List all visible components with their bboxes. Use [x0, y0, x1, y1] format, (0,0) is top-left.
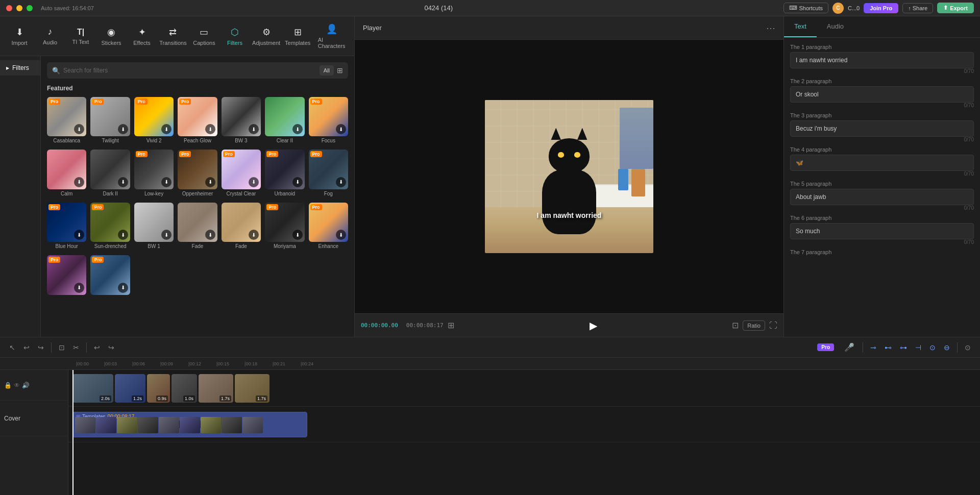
tab-text[interactable]: Text	[784, 16, 817, 37]
track-lock-btn[interactable]: 🔒	[4, 382, 12, 389]
download-icon[interactable]: ⬇	[161, 124, 172, 134]
tool-adjustment[interactable]: ⚙ Adjustment	[250, 22, 282, 50]
download-icon[interactable]: ⬇	[74, 283, 84, 293]
filter-card-lowkey[interactable]: Pro ⬇ Low-key	[134, 150, 174, 196]
grid-view-button[interactable]: ⊞	[448, 320, 454, 330]
delete-button[interactable]: ⊡	[56, 341, 68, 354]
filter-card-clear2[interactable]: ⬇ Clear II	[265, 97, 304, 143]
filter-card-casablanca[interactable]: Pro ⬇ Casablanca	[47, 97, 86, 143]
tool-stickers[interactable]: ◉ Stickers	[96, 22, 127, 50]
remove-btn[interactable]: ⊖	[941, 341, 953, 354]
para-input-5[interactable]: About jawb	[790, 189, 974, 205]
tool-effects[interactable]: ✦ Effects	[127, 22, 157, 50]
play-button[interactable]: ▶	[458, 319, 728, 332]
track-visible-btn[interactable]: 👁	[14, 382, 20, 389]
download-icon[interactable]: ⬇	[336, 177, 346, 187]
filter-card-calm[interactable]: ⬇ Calm	[47, 150, 86, 196]
download-icon[interactable]: ⬇	[292, 177, 303, 187]
filter-card-vivid2[interactable]: Pro ⬇ Vivid 2	[134, 97, 174, 143]
filter-card-bluehour[interactable]: Pro ⬇ Blue Hour	[47, 203, 86, 249]
ratio-button[interactable]: Ratio	[743, 320, 765, 331]
video-clip-4[interactable]: 1.0s	[172, 374, 197, 403]
close-btn[interactable]	[6, 5, 12, 11]
video-clip-1[interactable]: 2.0s	[72, 374, 113, 403]
player-menu-button[interactable]: ⋯	[766, 22, 775, 34]
filter-card-twilight[interactable]: Pro ⬇ Twilight	[90, 97, 130, 143]
filter-card-moriyama[interactable]: Pro ⬇ Moriyama	[265, 203, 304, 249]
merge-btn[interactable]: ⊣	[912, 341, 924, 354]
filter-card-extra2[interactable]: Pro ⬇	[90, 255, 130, 296]
filter-card-oppenheimer[interactable]: Pro ⬇ Oppenheimer	[178, 150, 217, 196]
filter-card-extra1[interactable]: Pro ⬇	[47, 255, 86, 296]
tool-ai-characters[interactable]: 👤 AI Characters	[313, 19, 350, 53]
shortcuts-button[interactable]: ⌨ Shortcuts	[783, 3, 828, 13]
para-input-2[interactable]: Or skool	[790, 86, 974, 103]
filter-card-bw1[interactable]: ⬇ BW 1	[134, 203, 174, 249]
filter-card-fade1[interactable]: ⬇ Fade	[178, 203, 217, 249]
tool-transitions[interactable]: ⇄ Transitions	[157, 22, 189, 50]
download-icon[interactable]: ⬇	[118, 230, 128, 240]
template-block[interactable]: ⊞ Templates 00:00:08:17 ▼ Hide	[72, 412, 307, 437]
crop-button[interactable]: ⊡	[732, 320, 739, 330]
download-icon[interactable]: ⬇	[74, 230, 84, 240]
para-input-3[interactable]: Becuz i'm busy	[790, 120, 974, 137]
filter-card-sundrenched[interactable]: Pro ⬇ Sun-drenched	[90, 203, 130, 249]
download-icon[interactable]: ⬇	[249, 124, 259, 134]
timeline-btn-3[interactable]: ↩	[91, 341, 103, 354]
export-button[interactable]: ⬆ Export	[937, 3, 974, 13]
download-icon[interactable]: ⬇	[336, 230, 346, 240]
fullscreen-button[interactable]: ⛶	[769, 321, 777, 330]
mic-button[interactable]: 🎤	[840, 340, 859, 354]
download-icon[interactable]: ⬇	[118, 177, 128, 187]
filter-sort-button[interactable]: ⊞	[337, 66, 343, 75]
filter-card-crystal[interactable]: Pro ⬇ Crystal Clear	[222, 150, 261, 196]
tool-captions[interactable]: ▭ Captions	[189, 22, 219, 50]
split-button[interactable]: ✂	[70, 341, 82, 354]
freeze-btn[interactable]: ⊙	[926, 341, 939, 354]
filter-card-fog[interactable]: Pro ⬇ Fog	[309, 150, 348, 196]
download-icon[interactable]: ⬇	[161, 230, 172, 240]
share-button[interactable]: ↑ Share	[902, 3, 933, 13]
para-input-4[interactable]: 🦋	[790, 155, 974, 171]
video-clip-5[interactable]: 1.7s	[199, 374, 233, 403]
download-icon[interactable]: ⬇	[336, 124, 346, 134]
tool-filters[interactable]: ⬡ Filters	[219, 22, 250, 50]
download-icon[interactable]: ⬇	[205, 230, 215, 240]
timeline-settings-btn[interactable]: ⊙	[962, 341, 974, 354]
download-icon[interactable]: ⬇	[161, 177, 172, 187]
tool-import[interactable]: ⬇ Import	[4, 22, 35, 50]
download-icon[interactable]: ⬇	[249, 177, 259, 187]
video-clip-6[interactable]: 1.7s	[235, 374, 270, 403]
minimize-btn[interactable]	[16, 5, 22, 11]
track-audio-btn[interactable]: 🔊	[22, 382, 30, 389]
join-pro-button[interactable]: Join Pro	[864, 3, 898, 13]
video-clip-2[interactable]: 1.2s	[115, 374, 145, 403]
download-icon[interactable]: ⬇	[74, 124, 84, 134]
download-icon[interactable]: ⬇	[249, 230, 259, 240]
all-button[interactable]: All	[320, 65, 334, 76]
filter-card-fade2[interactable]: ⬇ Fade	[222, 203, 261, 249]
download-icon[interactable]: ⬇	[292, 124, 303, 134]
download-icon[interactable]: ⬇	[205, 124, 215, 134]
filter-card-dark2[interactable]: ⬇ Dark II	[90, 150, 130, 196]
timeline-btn-4[interactable]: ↪	[105, 341, 117, 354]
filter-card-urbanoid[interactable]: Pro ⬇ Urbanoid	[265, 150, 304, 196]
para-input-6[interactable]: So much	[790, 223, 974, 239]
filter-card-peachglow[interactable]: Pro ⬇ Peach Glow	[178, 97, 217, 143]
download-icon[interactable]: ⬇	[118, 124, 128, 134]
tool-templates[interactable]: ⊞ Templates	[282, 22, 313, 50]
maximize-btn[interactable]	[27, 5, 33, 11]
tab-audio[interactable]: Audio	[817, 16, 854, 37]
crop-timeline-btn[interactable]: ⊷	[881, 341, 895, 354]
tool-audio[interactable]: ♪ Audio	[35, 22, 65, 50]
download-icon[interactable]: ⬇	[292, 230, 303, 240]
split-clip-btn[interactable]: ⊸	[867, 341, 879, 354]
para-input-1[interactable]: I am nawht worried	[790, 52, 974, 68]
download-icon[interactable]: ⬇	[205, 177, 215, 187]
undo-button[interactable]: ↩	[20, 341, 33, 354]
video-clip-3[interactable]: 0.9s	[147, 374, 170, 403]
download-icon[interactable]: ⬇	[118, 283, 128, 293]
filter-card-enhance[interactable]: Pro ⬇ Enhance	[309, 203, 348, 249]
redo-button[interactable]: ↪	[35, 341, 47, 354]
align-btn[interactable]: ⊶	[897, 341, 910, 354]
